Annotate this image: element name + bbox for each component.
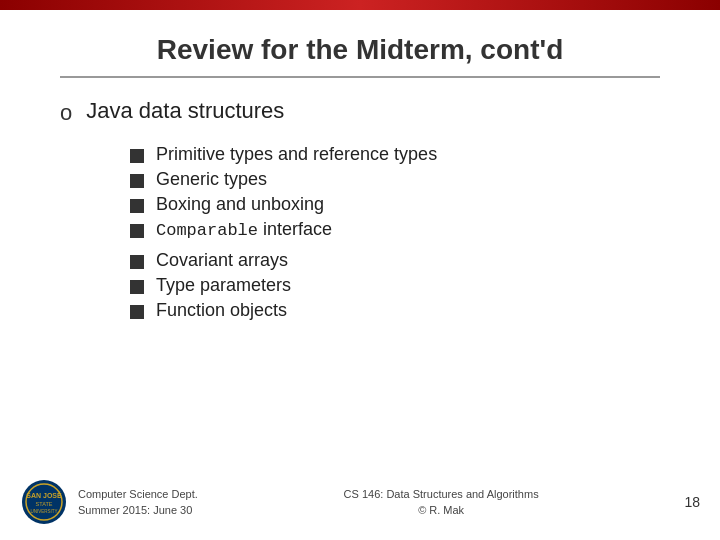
slide-content: Review for the Midterm, cont'd o Java da…	[0, 10, 720, 347]
sub-item-text-boxing: Boxing and unboxing	[156, 194, 324, 215]
footer: SAN JOSÉ STATE UNIVERSITY Computer Scien…	[0, 478, 720, 526]
main-bullet-marker: o	[60, 100, 72, 126]
sub-item-text-function-objects: Function objects	[156, 300, 287, 321]
slide-title: Review for the Midterm, cont'd	[60, 34, 660, 78]
sub-item-text-covariant: Covariant arrays	[156, 250, 288, 271]
sub-item-text-type-params: Type parameters	[156, 275, 291, 296]
sub-item-generic: Generic types	[130, 169, 660, 190]
sub-item-type-params: Type parameters	[130, 275, 660, 296]
sub-item-text-primitive: Primitive types and reference types	[156, 144, 437, 165]
comparable-rest: interface	[258, 219, 332, 239]
sub-bullet-icon	[130, 174, 144, 188]
sub-bullet-icon	[130, 255, 144, 269]
footer-date: Summer 2015: June 30	[78, 502, 198, 519]
sub-item-comparable: Comparable interface	[130, 219, 660, 240]
footer-page-number: 18	[684, 494, 700, 510]
sub-item-covariant: Covariant arrays	[130, 250, 660, 271]
footer-center-text: CS 146: Data Structures and Algorithms ©…	[344, 486, 539, 519]
footer-course: CS 146: Data Structures and Algorithms	[344, 486, 539, 503]
sub-list: Primitive types and reference types Gene…	[130, 144, 660, 321]
svg-text:SAN JOSÉ: SAN JOSÉ	[26, 491, 62, 499]
sub-bullet-icon	[130, 199, 144, 213]
svg-text:UNIVERSITY: UNIVERSITY	[30, 509, 57, 514]
top-bar	[0, 0, 720, 10]
main-bullet: o Java data structures	[60, 98, 660, 126]
footer-left-text: Computer Science Dept. Summer 2015: June…	[78, 486, 198, 519]
sub-item-primitive: Primitive types and reference types	[130, 144, 660, 165]
sub-item-text-comparable: Comparable interface	[156, 219, 332, 240]
sub-bullet-icon	[130, 280, 144, 294]
sub-bullet-icon	[130, 305, 144, 319]
sub-bullet-icon	[130, 149, 144, 163]
sub-item-boxing: Boxing and unboxing	[130, 194, 660, 215]
footer-copyright: © R. Mak	[344, 502, 539, 519]
footer-dept: Computer Science Dept.	[78, 486, 198, 503]
sub-bullet-icon	[130, 224, 144, 238]
sjsu-logo-icon: SAN JOSÉ STATE UNIVERSITY	[20, 478, 68, 526]
sub-item-function-objects: Function objects	[130, 300, 660, 321]
svg-text:STATE: STATE	[36, 501, 53, 507]
comparable-code: Comparable	[156, 221, 258, 240]
main-bullet-text: Java data structures	[86, 98, 284, 124]
sub-item-text-generic: Generic types	[156, 169, 267, 190]
footer-left: SAN JOSÉ STATE UNIVERSITY Computer Scien…	[20, 478, 198, 526]
